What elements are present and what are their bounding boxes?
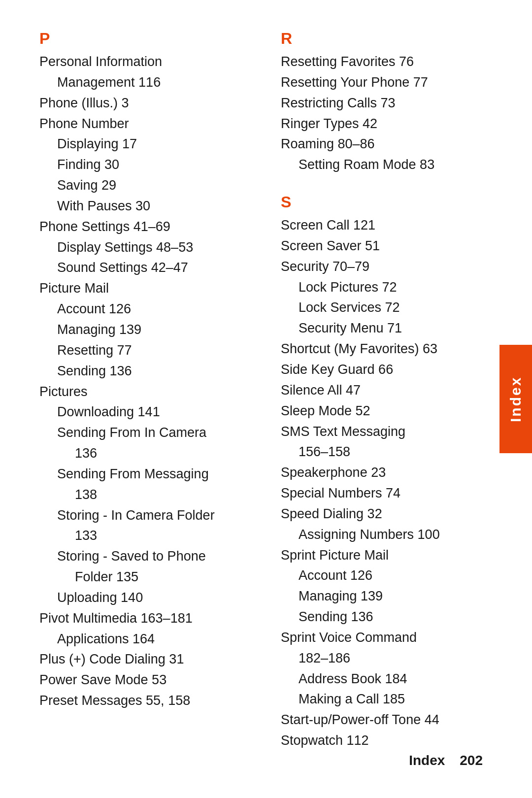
list-item: Silence All 47 <box>281 380 493 401</box>
list-item: Lock Pictures 72 <box>281 277 493 298</box>
list-item: Resetting Favorites 76 <box>281 52 493 72</box>
list-item: 182–186 <box>281 648 493 669</box>
footer: Index 202 <box>409 753 483 768</box>
list-item: Applications 164 <box>39 629 251 650</box>
list-item: Downloading 141 <box>39 402 251 423</box>
list-item: Resetting 77 <box>39 340 251 361</box>
index-side-tab: Index <box>499 345 532 453</box>
list-item: Screen Call 121 <box>281 215 493 236</box>
list-item: Account 126 <box>281 565 493 586</box>
list-item: Managing 139 <box>281 586 493 607</box>
list-item: Account 126 <box>39 299 251 320</box>
list-item: Sprint Voice Command <box>281 628 493 648</box>
list-item: Start-up/Power-off Tone 44 <box>281 710 493 731</box>
list-item: Saving 29 <box>39 175 251 196</box>
footer-label: Index <box>409 753 445 768</box>
list-item: Roaming 80–86 <box>281 134 493 155</box>
list-item: Storing - Saved to Phone <box>39 546 251 567</box>
list-item: Preset Messages 55, 158 <box>39 691 251 711</box>
list-item: Finding 30 <box>39 155 251 175</box>
list-item: Sending 136 <box>39 361 251 382</box>
footer-page: 202 <box>460 753 483 768</box>
list-item: Address Book 184 <box>281 669 493 690</box>
left-column-entries: Personal InformationManagement 116Phone … <box>39 52 251 711</box>
list-item: With Pauses 30 <box>39 196 251 217</box>
list-item: Sending From In Camera <box>39 423 251 443</box>
list-item: Pivot Multimedia 163–181 <box>39 608 251 629</box>
letter-s: S <box>281 193 493 211</box>
list-item: Phone Number <box>39 114 251 134</box>
letter-p: P <box>39 30 251 48</box>
list-item: Screen Saver 51 <box>281 236 493 257</box>
list-item: 133 <box>39 526 251 546</box>
list-item: Restricting Calls 73 <box>281 93 493 114</box>
list-item: Power Save Mode 53 <box>39 670 251 691</box>
list-item: Setting Roam Mode 83 <box>281 155 493 175</box>
list-item: Uploading 140 <box>39 588 251 608</box>
list-item: SMS Text Messaging <box>281 422 493 442</box>
list-item: Phone Settings 41–69 <box>39 217 251 237</box>
list-item: Folder 135 <box>39 567 251 588</box>
list-item: Personal Information <box>39 52 251 72</box>
list-item: Sleep Mode 52 <box>281 401 493 422</box>
list-item: Management 116 <box>39 72 251 93</box>
list-item: Security Menu 71 <box>281 318 493 339</box>
list-item: Storing - In Camera Folder <box>39 505 251 526</box>
list-item: Side Key Guard 66 <box>281 360 493 380</box>
list-item: Picture Mail <box>39 278 251 299</box>
left-column: P Personal InformationManagement 116Phon… <box>39 30 251 751</box>
list-item: Plus (+) Code Dialing 31 <box>39 649 251 670</box>
list-item: Speed Dialing 32 <box>281 504 493 525</box>
list-item: Making a Call 185 <box>281 689 493 710</box>
list-item: Sprint Picture Mail <box>281 545 493 566</box>
list-item: 138 <box>39 485 251 505</box>
list-item: Sound Settings 42–47 <box>39 258 251 278</box>
list-item: Displaying 17 <box>39 134 251 155</box>
list-item: Speakerphone 23 <box>281 463 493 483</box>
list-item: Sending From Messaging <box>39 464 251 485</box>
right-column: RResetting Favorites 76Resetting Your Ph… <box>281 30 493 751</box>
list-item: Shortcut (My Favorites) 63 <box>281 339 493 360</box>
page-container: P Personal InformationManagement 116Phon… <box>0 0 532 798</box>
list-item: Managing 139 <box>39 320 251 340</box>
letter-r: R <box>281 30 493 48</box>
list-item: Resetting Your Phone 77 <box>281 72 493 93</box>
list-item: Display Settings 48–53 <box>39 237 251 258</box>
list-item: 136 <box>39 443 251 464</box>
list-item: Assigning Numbers 100 <box>281 525 493 545</box>
list-item: Special Numbers 74 <box>281 483 493 504</box>
list-item: Lock Services 72 <box>281 298 493 318</box>
list-item: Phone (Illus.) 3 <box>39 93 251 114</box>
list-item: Stopwatch 112 <box>281 731 493 751</box>
list-item: 156–158 <box>281 442 493 463</box>
list-item: Sending 136 <box>281 607 493 628</box>
list-item: Pictures <box>39 382 251 402</box>
list-item: Ringer Types 42 <box>281 114 493 134</box>
columns-wrapper: P Personal InformationManagement 116Phon… <box>39 30 493 751</box>
list-item: Security 70–79 <box>281 257 493 277</box>
